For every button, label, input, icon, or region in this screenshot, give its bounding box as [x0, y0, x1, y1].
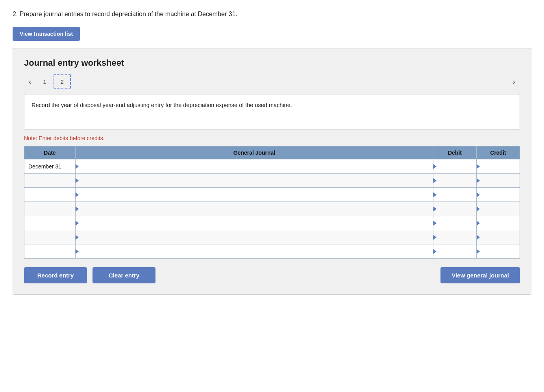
- journal-input-6[interactable]: [76, 244, 433, 258]
- journal-cell-0[interactable]: [76, 159, 433, 174]
- description-box: Record the year of disposal year-end adj…: [24, 94, 520, 129]
- debit-arrow-icon-2: [433, 192, 437, 197]
- date-cell-3: [24, 202, 76, 216]
- journal-input-2[interactable]: [76, 188, 433, 202]
- journal-input-0[interactable]: [76, 159, 433, 173]
- table-row: [24, 230, 520, 244]
- date-cell-6: [24, 244, 76, 259]
- journal-cell-4[interactable]: [76, 216, 433, 230]
- table-row: [24, 202, 520, 216]
- date-cell-5: [24, 230, 76, 244]
- credit-cell-2[interactable]: [477, 188, 520, 202]
- table-row: [24, 188, 520, 202]
- journal-input-1[interactable]: [76, 174, 433, 187]
- debit-cell-0[interactable]: [433, 159, 477, 174]
- record-entry-button[interactable]: Record entry: [24, 267, 87, 283]
- credit-input-4[interactable]: [477, 216, 520, 230]
- credit-input-6[interactable]: [477, 244, 520, 258]
- credit-cell-6[interactable]: [477, 244, 520, 259]
- clear-entry-button[interactable]: Clear entry: [93, 267, 155, 283]
- table-row: [24, 216, 520, 230]
- date-cell-0: December 31: [24, 159, 76, 174]
- credit-input-1[interactable]: [477, 174, 520, 187]
- debit-input-3[interactable]: [433, 202, 476, 216]
- credit-arrow-icon-0: [477, 164, 480, 169]
- journal-cell-2[interactable]: [76, 188, 433, 202]
- buttons-row: Record entry Clear entry View general jo…: [24, 267, 520, 283]
- col-header-debit: Debit: [433, 146, 477, 159]
- debit-input-2[interactable]: [433, 188, 476, 202]
- journal-arrow-icon-1: [76, 178, 79, 183]
- journal-arrow-icon-0: [76, 164, 79, 169]
- debit-cell-5[interactable]: [433, 230, 477, 244]
- credit-arrow-icon-5: [477, 235, 480, 240]
- journal-input-3[interactable]: [76, 202, 433, 216]
- col-header-journal: General Journal: [76, 146, 433, 159]
- debit-arrow-icon-5: [433, 235, 437, 240]
- debit-cell-3[interactable]: [433, 202, 477, 216]
- debit-cell-6[interactable]: [433, 244, 477, 259]
- note-text: Note: Enter debits before credits.: [24, 135, 520, 141]
- debit-input-0[interactable]: [433, 159, 476, 173]
- tab-1[interactable]: 1: [36, 74, 54, 89]
- question-header: 2. Prepare journal entries to record dep…: [13, 9, 531, 19]
- table-row: [24, 174, 520, 188]
- credit-cell-5[interactable]: [477, 230, 520, 244]
- credit-cell-4[interactable]: [477, 216, 520, 230]
- debit-cell-1[interactable]: [433, 174, 477, 188]
- journal-cell-6[interactable]: [76, 244, 433, 259]
- debit-arrow-icon-0: [433, 164, 437, 169]
- view-general-journal-button[interactable]: View general journal: [440, 267, 520, 283]
- debit-arrow-icon-1: [433, 178, 437, 183]
- next-tab-arrow[interactable]: ›: [508, 77, 520, 86]
- col-header-credit: Credit: [477, 146, 520, 159]
- debit-arrow-icon-6: [433, 249, 437, 254]
- credit-arrow-icon-6: [477, 249, 480, 254]
- credit-input-3[interactable]: [477, 202, 520, 216]
- table-row: December 31: [24, 159, 520, 174]
- journal-input-4[interactable]: [76, 216, 433, 230]
- credit-input-2[interactable]: [477, 188, 520, 202]
- debit-cell-2[interactable]: [433, 188, 477, 202]
- journal-table: Date General Journal Debit Credit Decemb…: [24, 146, 520, 259]
- journal-arrow-icon-5: [76, 235, 79, 240]
- date-cell-1: [24, 174, 76, 188]
- view-transaction-button[interactable]: View transaction list: [13, 27, 80, 41]
- journal-arrow-icon-6: [76, 249, 79, 254]
- prev-tab-arrow[interactable]: ‹: [24, 77, 36, 86]
- journal-cell-5[interactable]: [76, 230, 433, 244]
- debit-arrow-icon-4: [433, 221, 437, 226]
- debit-cell-4[interactable]: [433, 216, 477, 230]
- worksheet-container: Journal entry worksheet ‹ 1 2 › Record t…: [13, 48, 531, 295]
- debit-input-6[interactable]: [433, 244, 476, 258]
- credit-cell-0[interactable]: [477, 159, 520, 174]
- date-cell-2: [24, 188, 76, 202]
- journal-arrow-icon-2: [76, 192, 79, 197]
- debit-input-5[interactable]: [433, 230, 476, 244]
- journal-cell-1[interactable]: [76, 174, 433, 188]
- credit-input-5[interactable]: [477, 230, 520, 244]
- col-header-date: Date: [24, 146, 76, 159]
- credit-cell-3[interactable]: [477, 202, 520, 216]
- credit-arrow-icon-1: [477, 178, 480, 183]
- credit-cell-1[interactable]: [477, 174, 520, 188]
- journal-arrow-icon-4: [76, 221, 79, 226]
- debit-arrow-icon-3: [433, 207, 437, 211]
- debit-input-4[interactable]: [433, 216, 476, 230]
- credit-input-0[interactable]: [477, 159, 520, 173]
- table-row: [24, 244, 520, 259]
- tab-2[interactable]: 2: [54, 74, 71, 89]
- journal-input-5[interactable]: [76, 230, 433, 244]
- credit-arrow-icon-3: [477, 207, 480, 211]
- tab-navigation: ‹ 1 2 ›: [24, 74, 520, 89]
- date-cell-4: [24, 216, 76, 230]
- credit-arrow-icon-4: [477, 221, 480, 226]
- worksheet-title: Journal entry worksheet: [24, 58, 520, 68]
- journal-cell-3[interactable]: [76, 202, 433, 216]
- credit-arrow-icon-2: [477, 192, 480, 197]
- debit-input-1[interactable]: [433, 174, 476, 187]
- journal-arrow-icon-3: [76, 207, 79, 211]
